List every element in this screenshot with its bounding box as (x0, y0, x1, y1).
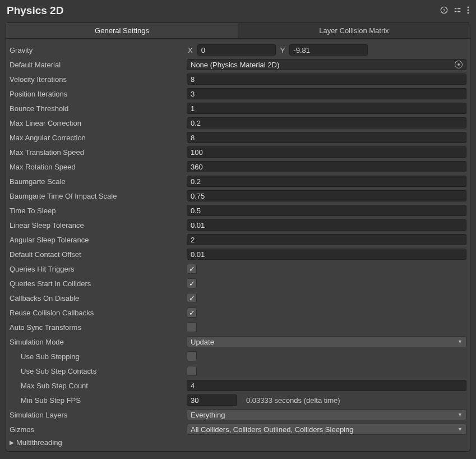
gizmos-label: Gizmos (8, 425, 187, 434)
default-material-value: None (Physics Material 2D) (191, 61, 279, 69)
settings-panel: General Settings Layer Collision Matrix … (6, 22, 470, 452)
simulation-layers-label: Simulation Layers (8, 411, 187, 419)
min-sub-step-fps-label: Min Sub Step FPS (8, 396, 187, 405)
chevron-down-icon: ▼ (457, 412, 463, 417)
tab-bar: General Settings Layer Collision Matrix (6, 23, 470, 39)
default-contact-offset-label: Default Contact Offset (8, 250, 187, 259)
queries-hit-triggers-checkbox[interactable] (187, 264, 197, 274)
svg-text:?: ? (443, 8, 446, 13)
position-iterations-input[interactable] (187, 88, 466, 99)
general-settings-content: Gravity X Y Default Material None (Physi… (6, 39, 470, 451)
velocity-iterations-label: Velocity Iterations (8, 75, 187, 84)
min-sub-step-fps-input[interactable] (187, 394, 237, 406)
linear-sleep-tolerance-label: Linear Sleep Tolerance (8, 221, 187, 230)
svg-rect-2 (455, 8, 457, 9)
angular-sleep-tolerance-input[interactable] (187, 234, 466, 245)
tab-general-settings[interactable]: General Settings (6, 23, 238, 38)
max-linear-correction-input[interactable] (187, 117, 466, 128)
svg-point-8 (468, 12, 469, 13)
header: Physics 2D ? (0, 0, 476, 19)
bounce-threshold-input[interactable] (187, 103, 466, 114)
multithreading-foldout[interactable]: ▶ Multithreading (8, 437, 468, 448)
baumgarte-scale-input[interactable] (187, 176, 466, 187)
gravity-x-input[interactable] (197, 44, 276, 56)
multithreading-label: Multithreading (16, 438, 62, 447)
svg-point-6 (468, 6, 469, 8)
max-sub-step-count-label: Max Sub Step Count (8, 382, 187, 390)
gravity-y-label: Y (279, 46, 286, 54)
callbacks-on-disable-label: Callbacks On Disable (8, 294, 187, 302)
max-translation-speed-label: Max Translation Speed (8, 148, 187, 157)
time-to-sleep-label: Time To Sleep (8, 206, 187, 215)
baumgarte-toi-label: Baumgarte Time Of Impact Scale (8, 192, 187, 200)
use-sub-stepping-label: Use Sub Stepping (8, 352, 187, 361)
svg-point-7 (468, 9, 469, 11)
help-icon[interactable]: ? (440, 6, 448, 16)
bounce-threshold-label: Bounce Threshold (8, 104, 187, 113)
simulation-layers-value: Everything (191, 411, 225, 419)
gravity-y-input[interactable] (289, 44, 368, 56)
svg-rect-4 (457, 8, 460, 9)
velocity-iterations-input[interactable] (187, 74, 466, 85)
chevron-down-icon: ▼ (457, 339, 463, 345)
gravity-label: Gravity (8, 46, 187, 54)
position-iterations-label: Position Iterations (8, 90, 187, 98)
angular-sleep-tolerance-label: Angular Sleep Tolerance (8, 236, 187, 244)
max-sub-step-count-input[interactable] (187, 380, 466, 391)
svg-rect-3 (455, 11, 457, 12)
simulation-mode-label: Simulation Mode (8, 338, 187, 346)
chevron-down-icon: ▼ (457, 426, 463, 432)
callbacks-on-disable-checkbox[interactable] (187, 293, 197, 303)
header-actions: ? (440, 6, 469, 16)
max-linear-correction-label: Max Linear Correction (8, 119, 187, 127)
gizmos-value: All Colliders, Colliders Outlined, Colli… (191, 425, 353, 434)
svg-rect-5 (457, 11, 460, 12)
default-contact-offset-input[interactable] (187, 249, 466, 260)
queries-start-in-colliders-checkbox[interactable] (187, 278, 197, 288)
queries-hit-triggers-label: Queries Hit Triggers (8, 265, 187, 273)
preset-icon[interactable] (454, 6, 461, 16)
reuse-collision-callbacks-label: Reuse Collision Callbacks (8, 309, 187, 317)
gravity-x-label: X (187, 46, 194, 54)
page-title: Physics 2D (7, 4, 63, 17)
use-sub-step-contacts-checkbox[interactable] (187, 366, 197, 376)
menu-icon[interactable] (467, 6, 469, 16)
triangle-right-icon: ▶ (10, 439, 14, 446)
use-sub-stepping-checkbox[interactable] (187, 351, 197, 361)
max-angular-correction-label: Max Angular Correction (8, 134, 187, 142)
gizmos-dropdown[interactable]: All Colliders, Colliders Outlined, Colli… (187, 424, 466, 435)
default-material-field[interactable]: None (Physics Material 2D) (187, 59, 466, 70)
auto-sync-transforms-checkbox[interactable] (187, 322, 197, 332)
time-to-sleep-input[interactable] (187, 205, 466, 216)
tab-layer-collision-matrix[interactable]: Layer Collision Matrix (238, 23, 470, 38)
reuse-collision-callbacks-checkbox[interactable] (187, 307, 197, 318)
max-angular-correction-input[interactable] (187, 132, 466, 143)
simulation-mode-value: Update (191, 338, 214, 346)
baumgarte-scale-label: Baumgarte Scale (8, 177, 187, 186)
auto-sync-transforms-label: Auto Sync Transforms (8, 323, 187, 332)
simulation-layers-dropdown[interactable]: Everything ▼ (187, 409, 466, 420)
linear-sleep-tolerance-input[interactable] (187, 219, 466, 231)
object-picker-icon[interactable] (455, 61, 463, 68)
default-material-label: Default Material (8, 61, 187, 69)
use-sub-step-contacts-label: Use Sub Step Contacts (8, 367, 187, 375)
queries-start-in-colliders-label: Queries Start In Colliders (8, 279, 187, 288)
simulation-mode-dropdown[interactable]: Update ▼ (187, 336, 466, 347)
max-translation-speed-input[interactable] (187, 146, 466, 158)
max-rotation-speed-label: Max Rotation Speed (8, 163, 187, 171)
baumgarte-toi-input[interactable] (187, 190, 466, 201)
max-rotation-speed-input[interactable] (187, 161, 466, 172)
min-sub-step-fps-note: 0.03333 seconds (delta time) (246, 396, 340, 405)
